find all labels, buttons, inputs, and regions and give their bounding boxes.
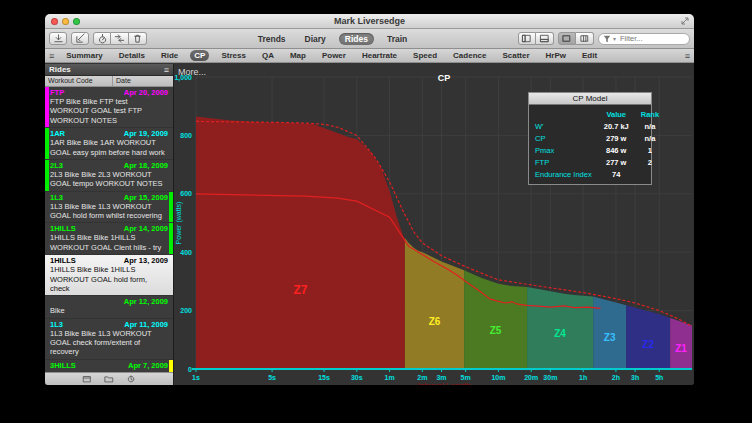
svg-text:1s: 1s	[192, 374, 200, 381]
chart-tab-bar: ≡ SummaryDetailsRideCPStressQAMapPowerHe…	[45, 49, 694, 63]
sidebar-menu-icon[interactable]: ≡	[164, 64, 169, 76]
svg-text:Z2: Z2	[642, 339, 654, 350]
ride-description: 3HILLS Bike Bike 3HILLS WORKOUT GOAL kee…	[50, 370, 168, 372]
ride-date: Apr 19, 2009	[124, 129, 168, 138]
tab-power[interactable]: Power	[318, 50, 350, 61]
workout-code: 1L3	[50, 193, 63, 202]
workout-code: 3HILLS	[50, 361, 76, 370]
svg-text:2m: 2m	[417, 374, 427, 381]
tile-view-icon	[561, 33, 572, 44]
ride-row[interactable]: Apr 12, 2009Bike	[45, 296, 173, 318]
download-icon	[53, 33, 64, 44]
cp-model-row: Pmax846 w1	[529, 144, 665, 156]
zoom-button[interactable]	[73, 18, 80, 25]
cp-model-row: FTP277 w2	[529, 156, 665, 168]
ride-row[interactable]: 2L3Apr 18, 20092L3 Bike Bike 2L3 WORKOUT…	[45, 160, 173, 192]
workout-code: FTP	[50, 88, 64, 97]
calendar-button[interactable]	[82, 374, 92, 384]
tile-view-button[interactable]	[558, 32, 576, 45]
tab-hrpw[interactable]: HrPw	[542, 50, 570, 61]
svg-text:Z4: Z4	[554, 328, 566, 339]
clock-icon	[126, 374, 136, 384]
ride-row[interactable]: 1ARApr 19, 20091AR Bike Bike 1AR WORKOUT…	[45, 128, 173, 160]
svg-text:Z1: Z1	[675, 343, 687, 354]
clock-button[interactable]	[126, 374, 136, 384]
traffic-lights	[51, 18, 80, 25]
tab-heartrate[interactable]: Heartrate	[358, 50, 401, 61]
tab-cp[interactable]: CP	[190, 50, 209, 61]
tab-scatter[interactable]: Scatter	[498, 50, 533, 61]
ride-color-bar	[169, 360, 173, 372]
main-tab-diary[interactable]: Diary	[299, 33, 332, 45]
main-tab-trends[interactable]: Trends	[252, 33, 292, 45]
svg-text:5h: 5h	[655, 374, 663, 381]
ride-row[interactable]: 1L3Apr 11, 20091L3 Bike Bike 1L3 WORKOUT…	[45, 319, 173, 360]
trash-button[interactable]	[129, 32, 147, 45]
ride-date: Apr 12, 2009	[124, 297, 168, 306]
tab-edit[interactable]: Edit	[578, 50, 601, 61]
ride-description: FTP Bike Bike FTP test WORKOUT GOAL test…	[50, 97, 168, 125]
ride-date: Apr 13, 2009	[124, 256, 168, 265]
svg-text:3h: 3h	[631, 374, 639, 381]
close-button[interactable]	[51, 18, 58, 25]
tab-speed[interactable]: Speed	[409, 50, 441, 61]
ride-date: Apr 14, 2009	[124, 224, 168, 233]
main-tab-rides[interactable]: Rides	[339, 33, 374, 45]
tab-ride[interactable]: Ride	[157, 50, 182, 61]
tab-stress[interactable]: Stress	[217, 50, 249, 61]
ride-date: Apr 20, 2009	[124, 88, 168, 97]
minimize-button[interactable]	[62, 18, 69, 25]
ride-date: Apr 15, 2009	[124, 193, 168, 202]
ride-description: 1HILLS Bike Bike 1HILLS WORKOUT GOAL hol…	[50, 265, 168, 293]
tab-details[interactable]: Details	[115, 50, 149, 61]
ride-color-bar	[169, 223, 173, 254]
compose-icon	[75, 33, 86, 44]
compose-button[interactable]	[71, 32, 89, 45]
rides-sidebar: Rides ≡ Workout Code Date FTPApr 20, 200…	[45, 64, 174, 385]
column-date: Date	[113, 76, 134, 86]
ride-description: Bike	[50, 306, 168, 315]
stopwatch-icon	[97, 33, 108, 44]
cp-model-row: W'20.7 kJn/a	[529, 120, 665, 132]
ride-row[interactable]: FTPApr 20, 2009FTP Bike Bike FTP test WO…	[45, 87, 173, 128]
workout-code: 1L3	[50, 320, 63, 329]
split-button[interactable]	[111, 32, 129, 45]
thumbnail-view-button[interactable]	[576, 32, 594, 45]
ride-row[interactable]: 1HILLSApr 13, 20091HILLS Bike Bike 1HILL…	[45, 255, 173, 296]
main-content: Rides ≡ Workout Code Date FTPApr 20, 200…	[45, 64, 694, 385]
tab-summary[interactable]: Summary	[62, 50, 106, 61]
panel-left-button[interactable]	[518, 32, 536, 45]
sidebar-title: Rides	[49, 65, 71, 74]
trash-icon	[132, 33, 143, 44]
resize-icon[interactable]	[680, 16, 690, 26]
ride-row[interactable]: 1HILLSApr 14, 20091HILLS Bike Bike 1HILL…	[45, 223, 173, 255]
panel-bottom-button[interactable]	[536, 32, 554, 45]
main-tab-train[interactable]: Train	[381, 33, 413, 45]
ride-row[interactable]: 3HILLSApr 7, 20093HILLS Bike Bike 3HILLS…	[45, 360, 173, 372]
filter-field[interactable]: ▾	[598, 33, 690, 45]
ride-description: 2L3 Bike Bike 2L3 WORKOUT GOAL tempo WOR…	[50, 170, 168, 189]
ride-color-bar	[45, 87, 49, 127]
hamburger-icon[interactable]: ≡	[49, 49, 54, 63]
svg-text:0: 0	[188, 366, 192, 373]
tab-cadence[interactable]: Cadence	[449, 50, 490, 61]
tab-map[interactable]: Map	[286, 50, 310, 61]
stopwatch-button[interactable]	[93, 32, 111, 45]
filter-input[interactable]	[618, 33, 678, 44]
folder-button[interactable]	[104, 374, 114, 384]
chart-title: CP	[174, 73, 694, 83]
svg-text:800: 800	[180, 132, 192, 139]
split-icon	[114, 33, 125, 44]
svg-text:30s: 30s	[351, 374, 363, 381]
tab-qa[interactable]: QA	[258, 50, 278, 61]
sidebar-column-headers[interactable]: Workout Code Date	[45, 76, 173, 87]
svg-text:5m: 5m	[461, 374, 471, 381]
ride-description: 1L3 Bike Bike 1L3 WORKOUT GOAL hold form…	[50, 202, 168, 221]
workout-code: 1HILLS	[50, 256, 76, 265]
svg-text:Z3: Z3	[604, 332, 616, 343]
download-button[interactable]	[49, 32, 67, 45]
ride-row[interactable]: 1L3Apr 15, 20091L3 Bike Bike 1L3 WORKOUT…	[45, 192, 173, 224]
hamburger-icon[interactable]: ≡	[685, 49, 690, 63]
ride-list: FTPApr 20, 2009FTP Bike Bike FTP test WO…	[45, 87, 173, 372]
svg-text:Z7: Z7	[293, 283, 307, 297]
